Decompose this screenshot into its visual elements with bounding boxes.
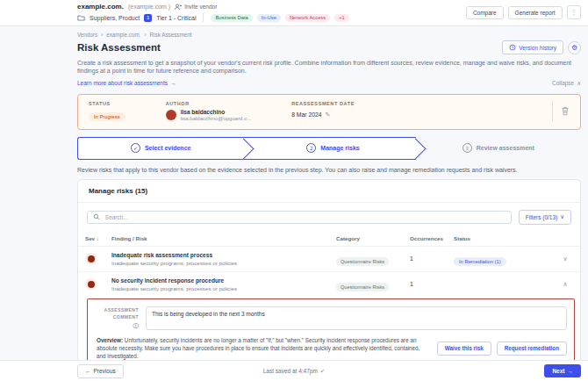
- label-business-data[interactable]: Business Data: [211, 14, 252, 22]
- occurrences-value: 1: [410, 281, 448, 287]
- status-label: STATUS: [89, 101, 125, 106]
- delete-assessment-icon[interactable]: [561, 106, 570, 116]
- wizard-footer: ← Previous Last saved at 4:47pm ✓ Next →: [0, 360, 588, 381]
- col-sev[interactable]: Sev: [85, 235, 95, 241]
- divider: [203, 13, 204, 22]
- assessment-comment-label: ASSESSMENT: [95, 306, 139, 314]
- request-remediation-button[interactable]: Request remediation: [497, 341, 567, 356]
- author-name: lisa baldacchino: [181, 109, 251, 115]
- compare-button[interactable]: Compare: [466, 6, 504, 19]
- generate-report-button[interactable]: Generate report: [508, 6, 563, 19]
- col-finding[interactable]: Finding / Risk: [111, 235, 331, 241]
- page-description: Create a risk assessment to get a snapsh…: [77, 59, 581, 75]
- vendor-category: Suppliers, Product: [90, 15, 140, 21]
- invite-vendor-label: Invite vendor: [184, 4, 217, 10]
- filters-label: Filters (0/13): [526, 214, 557, 220]
- previous-button[interactable]: ← Previous: [77, 364, 124, 378]
- step-3-icon: 3: [463, 143, 472, 153]
- vendor-name: example.com.: [77, 3, 124, 11]
- invite-vendor-icon: [175, 4, 182, 11]
- saved-check-icon: ✓: [320, 368, 325, 375]
- assessment-comment-input[interactable]: This is being developed in the next 3 mo…: [146, 306, 567, 330]
- breadcrumb-current: Risk Assessment: [150, 32, 192, 38]
- col-status[interactable]: Status: [454, 235, 552, 241]
- collapse-label: Collapse: [552, 80, 574, 87]
- divider: [552, 101, 553, 122]
- severity-icon: [85, 278, 97, 290]
- learn-more-link[interactable]: Learn more about risk assessments →: [77, 80, 176, 86]
- step-manage-risks[interactable]: 2 Manage risks: [243, 137, 415, 160]
- reassessment-date-value: 8 Mar 2024: [291, 111, 321, 118]
- step-review-assessment[interactable]: 3 Review assessment: [416, 137, 581, 160]
- learn-more-label: Learn more about risk assessments: [77, 80, 168, 86]
- breadcrumb-sep: ›: [101, 32, 103, 38]
- author-email: lisa.baldacchino@upguard.c...: [181, 116, 251, 121]
- col-occurrences[interactable]: Occurrences: [410, 235, 448, 241]
- label-more-count[interactable]: +1: [334, 14, 349, 22]
- page-title: Risk Assessment: [77, 42, 161, 53]
- manage-risks-card: Manage risks (15) Filters (0/13) ∨ Sev ↓…: [77, 179, 581, 381]
- risk-search[interactable]: [87, 211, 512, 224]
- overview-label: Overview:: [97, 337, 123, 343]
- invite-vendor-link[interactable]: Invite vendor: [175, 4, 217, 11]
- occurrences-value: 1: [410, 255, 448, 262]
- category-badge: Questionnaire Risks: [336, 257, 389, 266]
- risk-subtitle: Inadequate security programs, processes …: [111, 260, 331, 266]
- info-icon: ⓘ: [95, 321, 139, 330]
- gear-icon: ⚙: [571, 44, 577, 52]
- edit-date-icon[interactable]: ✎: [326, 111, 331, 119]
- risk-detail-panel: ASSESSMENT COMMENT ⓘ This is being devel…: [87, 298, 575, 369]
- assessment-stepper: ✓ Select evidence 2 Manage risks 3 Revie…: [77, 137, 581, 160]
- version-history-button[interactable]: Version history: [502, 40, 563, 54]
- collapse-toggle[interactable]: Collapse ∧: [552, 80, 581, 87]
- author-label: AUTHOR: [166, 101, 251, 106]
- collapse-row-icon[interactable]: ∧: [557, 281, 573, 288]
- breadcrumb-vendors[interactable]: Vendors: [77, 32, 97, 38]
- status-badge: In Progress: [89, 112, 125, 121]
- breadcrumb: Vendors › example.com. › Risk Assessment: [77, 32, 581, 38]
- vendor-summary: example.com. (example.com.) Invite vendo…: [77, 3, 349, 22]
- vendor-topbar: example.com. (example.com.) Invite vendo…: [0, 0, 588, 26]
- label-in-use[interactable]: In-Use: [257, 14, 281, 22]
- expand-row-icon[interactable]: ∨: [557, 255, 573, 262]
- severity-icon: [85, 253, 97, 264]
- tier-label: Tier 1 - Critical: [156, 15, 196, 21]
- tier-badge: 1: [144, 14, 152, 22]
- category-badge: Questionnaire Risks: [336, 283, 389, 291]
- waive-risk-button[interactable]: Waive this risk: [437, 341, 491, 356]
- step-select-evidence[interactable]: ✓ Select evidence: [77, 137, 243, 160]
- version-history-label: Version history: [519, 45, 556, 51]
- risk-title: No security incident response procedure: [111, 277, 331, 284]
- author-avatar: [166, 110, 176, 120]
- arrow-left-icon: ←: [85, 368, 91, 374]
- assessment-status-card: STATUS In Progress AUTHOR lisa baldacchi…: [77, 94, 581, 130]
- main-content: Vendors › example.com. › Risk Assessment…: [0, 26, 588, 381]
- folder-icon: [77, 14, 85, 22]
- step-intro-text: Review risks that apply to this vendor b…: [77, 167, 581, 173]
- reassessment-date-label: REASSESSMENT DATE: [291, 101, 355, 106]
- next-button[interactable]: Next →: [544, 364, 581, 377]
- status-badge[interactable]: In Remediation (1): [454, 257, 506, 266]
- more-actions-button[interactable]: ⋮: [567, 5, 582, 19]
- kebab-icon: ⋮: [571, 9, 577, 16]
- risk-title: Inadequate risk assessment process: [111, 252, 331, 258]
- last-saved-status: Last saved at 4:47pm ✓: [263, 368, 326, 375]
- risk-subtitle: Inadequate security programs, processes …: [111, 285, 331, 291]
- search-input[interactable]: [104, 213, 506, 221]
- search-icon: [93, 213, 100, 220]
- breadcrumb-sep: ›: [144, 32, 146, 38]
- risk-row-2[interactable]: No security incident response procedure …: [78, 272, 580, 297]
- settings-button[interactable]: ⚙: [568, 41, 581, 54]
- overview-text: Unfortunately, security incidents are no…: [97, 337, 419, 359]
- risk-row-1[interactable]: Inadequate risk assessment process Inade…: [78, 247, 580, 272]
- arrow-right-icon: →: [170, 80, 176, 86]
- arrow-right-icon: →: [568, 368, 574, 374]
- sort-down-icon: ↓: [97, 235, 99, 241]
- filters-button[interactable]: Filters (0/13) ∨: [519, 210, 571, 225]
- chevron-down-icon: ∨: [560, 213, 564, 220]
- clock-icon: [509, 44, 516, 51]
- step-check-icon: ✓: [131, 143, 140, 153]
- col-category[interactable]: Category: [336, 235, 405, 241]
- breadcrumb-vendor[interactable]: example.com.: [106, 32, 140, 38]
- label-network-access[interactable]: Network Access: [285, 14, 330, 22]
